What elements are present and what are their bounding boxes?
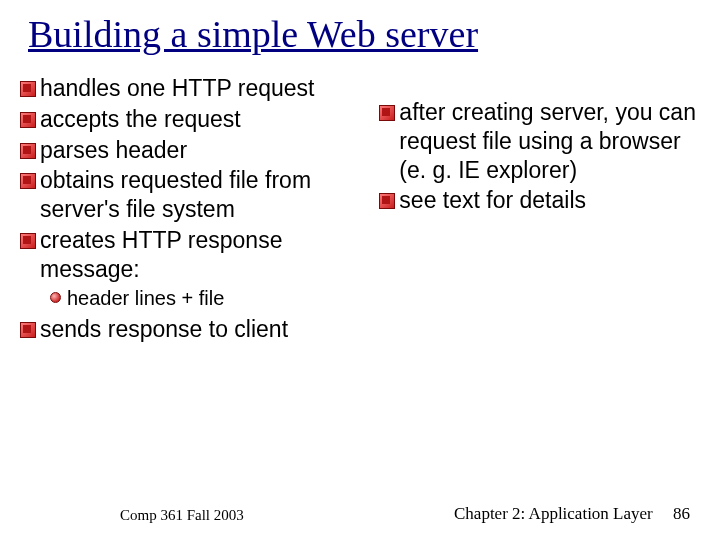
list-item: handles one HTTP request <box>20 74 367 103</box>
sub-bullet-text: header lines + file <box>67 285 224 311</box>
list-item: obtains requested file from server's fil… <box>20 166 367 224</box>
bullet-text: accepts the request <box>40 105 241 134</box>
circle-bullet-icon <box>50 292 61 303</box>
square-bullet-icon <box>20 143 34 157</box>
slide-title: Building a simple Web server <box>0 0 720 56</box>
list-item: creates HTTP response message: <box>20 226 367 284</box>
square-bullet-icon <box>379 193 393 207</box>
footer-chapter: Chapter 2: Application Layer 86 <box>454 504 690 524</box>
footer-chapter-label: Chapter 2: Application Layer <box>454 504 653 523</box>
page-number: 86 <box>673 504 690 523</box>
square-bullet-icon <box>20 112 34 126</box>
square-bullet-icon <box>20 81 34 95</box>
square-bullet-icon <box>379 105 393 119</box>
list-item: sends response to client <box>20 315 367 344</box>
list-item: accepts the request <box>20 105 367 134</box>
bullet-text: handles one HTTP request <box>40 74 314 103</box>
bullet-text: see text for details <box>399 186 586 215</box>
list-item: see text for details <box>379 186 700 215</box>
square-bullet-icon <box>20 322 34 336</box>
bullet-text: after creating server, you can request f… <box>399 98 700 184</box>
bullet-text: obtains requested file from server's fil… <box>40 166 367 224</box>
square-bullet-icon <box>20 173 34 187</box>
sub-list-item: header lines + file <box>50 285 367 311</box>
list-item: parses header <box>20 136 367 165</box>
content-columns: handles one HTTP request accepts the req… <box>0 56 720 346</box>
right-column: after creating server, you can request f… <box>379 74 700 346</box>
list-item: after creating server, you can request f… <box>379 98 700 184</box>
left-column: handles one HTTP request accepts the req… <box>20 74 367 346</box>
footer-course: Comp 361 Fall 2003 <box>120 507 244 524</box>
square-bullet-icon <box>20 233 34 247</box>
bullet-text: creates HTTP response message: <box>40 226 367 284</box>
bullet-text: sends response to client <box>40 315 288 344</box>
bullet-text: parses header <box>40 136 187 165</box>
